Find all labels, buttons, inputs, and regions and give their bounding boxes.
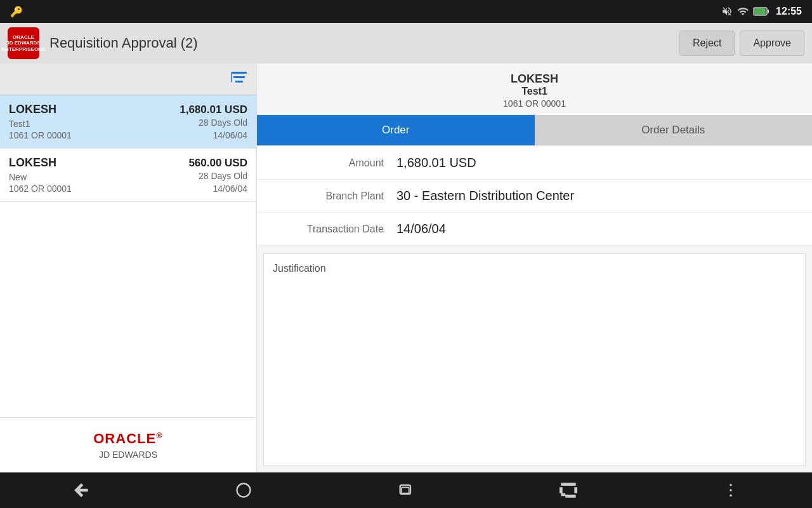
list-item-amount: 560.00 USD — [188, 157, 247, 170]
main-content: LOKESH 1,680.01 USD Test1 28 Days Old 10… — [0, 64, 812, 472]
svg-rect-9 — [402, 487, 409, 493]
screenshot-button[interactable] — [544, 476, 593, 504]
amount-value: 1,680.01 USD — [396, 156, 476, 170]
action-buttons: Reject Approve — [679, 30, 804, 56]
date-value: 14/06/04 — [396, 222, 446, 236]
tab-order-details[interactable]: Order Details — [535, 115, 813, 145]
svg-point-11 — [730, 489, 732, 491]
list-item-amount: 1,680.01 USD — [180, 104, 247, 116]
info-row-branch: Branch Plant 30 - Eastern Distribution C… — [257, 180, 812, 213]
tab-order[interactable]: Order — [257, 115, 535, 145]
action-bar: ORACLEJD EDWARDSENTERPRISEONE Requisitio… — [0, 23, 812, 64]
list-item-name: LOKESH — [9, 103, 56, 116]
list-item-id: 1061 OR 00001 — [9, 130, 72, 140]
detail-header-name: LOKESH — [257, 72, 812, 86]
info-row-date: Transaction Date 14/06/04 — [257, 213, 812, 246]
branch-label: Branch Plant — [270, 190, 396, 202]
approve-button[interactable]: Approve — [740, 30, 804, 56]
list-item-subtitle: New — [9, 172, 27, 182]
app-logo: ORACLEJD EDWARDSENTERPRISEONE — [8, 27, 39, 59]
status-bar-left: 🔑 — [10, 6, 23, 18]
app-title: Requisition Approval (2) — [49, 35, 679, 51]
tabs: Order Order Details — [257, 115, 812, 145]
justification-input[interactable] — [273, 279, 796, 454]
list-item-id: 1062 OR 00001 — [9, 184, 72, 194]
oracle-logo: ORACLE® — [13, 431, 244, 447]
info-row-amount: Amount 1,680.01 USD — [257, 147, 812, 180]
list-item[interactable]: LOKESH 560.00 USD New 28 Days Old 1062 O… — [0, 149, 256, 202]
svg-rect-5 — [235, 81, 243, 83]
sidebar-footer: ORACLE® JD EDWARDS — [0, 417, 256, 472]
svg-rect-1 — [768, 10, 769, 13]
key-icon: 🔑 — [10, 6, 23, 18]
back-icon — [72, 481, 90, 499]
list-item-age: 28 Days Old — [199, 117, 247, 129]
svg-point-12 — [730, 494, 732, 497]
more-options-icon — [722, 481, 740, 499]
muted-icon — [721, 6, 733, 17]
nav-bar — [0, 472, 812, 508]
detail-panel: LOKESH Test1 1061 OR 00001 Order Order D… — [257, 64, 812, 472]
filter-icon[interactable] — [230, 68, 249, 91]
filter-svg — [230, 68, 249, 87]
list-item-name: LOKESH — [9, 156, 56, 170]
detail-header-id: 1061 OR 00001 — [257, 98, 812, 109]
branch-value: 30 - Eastern Distribution Center — [396, 189, 574, 203]
screenshot-icon — [560, 481, 577, 499]
jde-text: JD EDWARDS — [13, 450, 244, 460]
date-label: Transaction Date — [270, 224, 396, 235]
recents-button[interactable] — [382, 476, 430, 504]
status-icons: 12:55 — [721, 6, 802, 17]
back-button[interactable] — [57, 476, 105, 504]
svg-rect-4 — [233, 76, 245, 78]
time-display: 12:55 — [776, 6, 802, 17]
list-item[interactable]: LOKESH 1,680.01 USD Test1 28 Days Old 10… — [0, 95, 256, 149]
justification-label: Justification — [273, 263, 796, 274]
detail-header: LOKESH Test1 1061 OR 00001 — [257, 64, 812, 115]
sidebar: LOKESH 1,680.01 USD Test1 28 Days Old 10… — [0, 64, 257, 472]
amount-label: Amount — [270, 157, 396, 169]
recents-icon — [397, 481, 415, 499]
home-button[interactable] — [219, 476, 268, 504]
detail-header-sub: Test1 — [257, 86, 812, 97]
justification-box[interactable]: Justification — [263, 253, 806, 466]
order-info: Amount 1,680.01 USD Branch Plant 30 - Ea… — [257, 147, 812, 246]
list-item-date: 14/06/04 — [213, 184, 248, 194]
svg-rect-2 — [754, 8, 766, 15]
status-bar-right: 12:55 — [721, 6, 802, 17]
list-item-age: 28 Days Old — [199, 171, 247, 182]
reject-button[interactable]: Reject — [679, 30, 735, 56]
svg-point-7 — [237, 484, 251, 497]
svg-rect-3 — [232, 72, 247, 74]
battery-icon — [753, 6, 769, 17]
list-item-subtitle: Test1 — [9, 119, 30, 129]
list-item-date: 14/06/04 — [213, 130, 248, 140]
status-bar: 🔑 12:55 — [0, 0, 812, 23]
home-icon — [235, 481, 252, 499]
more-options-button[interactable] — [707, 476, 755, 504]
wifi-icon — [737, 6, 749, 17]
sidebar-header — [0, 64, 256, 95]
svg-point-10 — [730, 484, 732, 486]
